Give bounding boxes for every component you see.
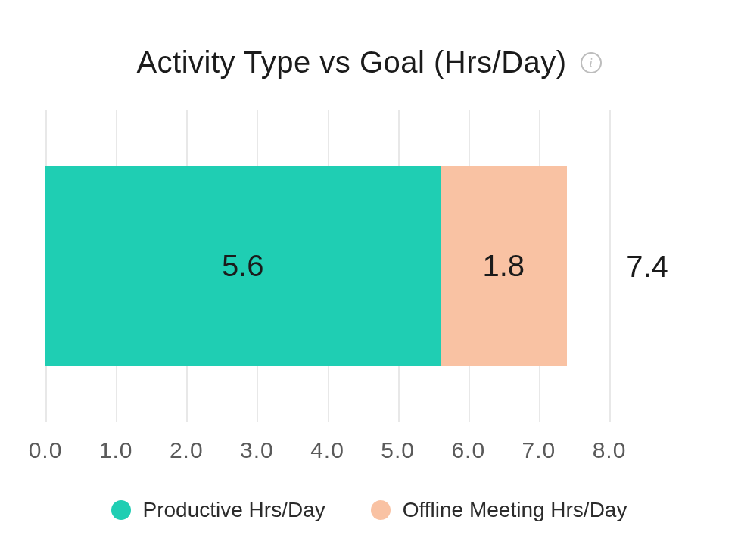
total-value-label: 7.4 bbox=[617, 249, 677, 283]
plot-area: 5.61.8 7.4 bbox=[45, 110, 677, 422]
legend-item-offline: Offline Meeting Hrs/Day bbox=[371, 498, 627, 522]
chart-title-row: Activity Type vs Goal (Hrs/Day) i bbox=[30, 45, 708, 79]
stacked-bar: 5.61.8 bbox=[45, 166, 609, 366]
legend-item-productive: Productive Hrs/Day bbox=[111, 498, 325, 522]
swatch-productive-icon bbox=[111, 500, 131, 520]
swatch-offline-icon bbox=[371, 500, 391, 520]
legend-label-offline: Offline Meeting Hrs/Day bbox=[403, 498, 627, 522]
bar-value-label: 1.8 bbox=[483, 249, 525, 283]
x-tick-label: 8.0 bbox=[593, 437, 627, 463]
legend: Productive Hrs/Day Offline Meeting Hrs/D… bbox=[30, 498, 708, 522]
bar-value-label: 5.6 bbox=[222, 249, 264, 283]
info-icon[interactable]: i bbox=[581, 52, 602, 73]
x-tick-label: 2.0 bbox=[170, 437, 204, 463]
x-tick-label: 0.0 bbox=[29, 437, 63, 463]
x-tick-label: 3.0 bbox=[240, 437, 274, 463]
x-tick-label: 1.0 bbox=[99, 437, 133, 463]
gridline bbox=[609, 110, 611, 422]
chart-container: Activity Type vs Goal (Hrs/Day) i 5.61.8… bbox=[30, 30, 708, 537]
x-tick-label: 4.0 bbox=[310, 437, 344, 463]
x-tick-label: 7.0 bbox=[522, 437, 556, 463]
bar-segment-productive: 5.6 bbox=[45, 166, 441, 366]
bar-segment-offline: 1.8 bbox=[441, 166, 568, 366]
legend-label-productive: Productive Hrs/Day bbox=[143, 498, 325, 522]
x-tick-label: 6.0 bbox=[451, 437, 485, 463]
chart-title: Activity Type vs Goal (Hrs/Day) bbox=[136, 45, 566, 79]
x-tick-label: 5.0 bbox=[381, 437, 415, 463]
